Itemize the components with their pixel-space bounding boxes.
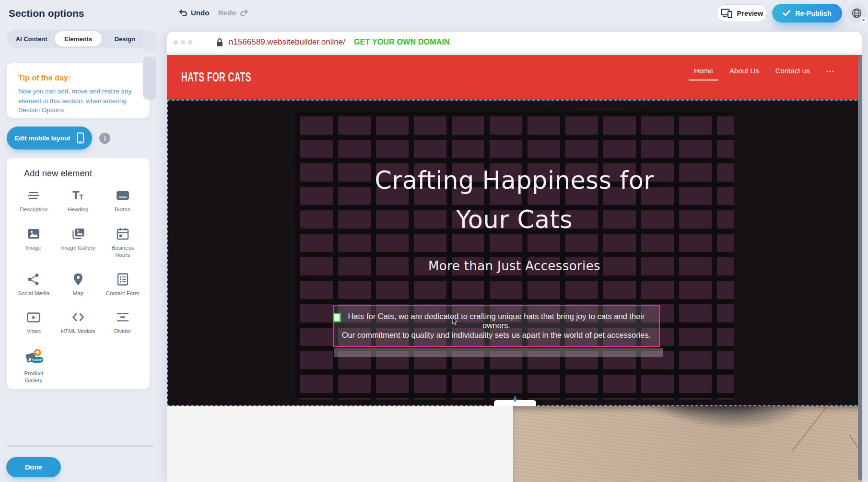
panel-tabs: AI Content Elements Design (7, 30, 150, 48)
undo-label: Undo (191, 9, 209, 17)
site-canvas: HATS FOR CATS Home About Us Contact us .… (167, 55, 862, 482)
element-product-gallery[interactable]: SHOP Product Gallery (12, 348, 56, 385)
undo-button[interactable]: Undo (178, 9, 209, 17)
globe-status-dot (861, 17, 866, 23)
nav-about-us[interactable]: About Us (729, 67, 759, 80)
nav-home[interactable]: Home (694, 67, 713, 80)
preview-label: Preview (737, 10, 763, 17)
redo-button[interactable]: Redo (218, 9, 249, 17)
mouse-cursor (452, 317, 459, 325)
section-options-editor: Section options Undo Redo Preview Re-Pub… (0, 0, 868, 482)
element-grid: Description T T Heading Button (12, 188, 145, 385)
hero-title-line1: Crafting Happiness for (168, 161, 861, 200)
undo-icon (178, 10, 188, 16)
social-media-icon (26, 272, 41, 287)
image-icon (26, 227, 41, 241)
add-element-title: Add new element (12, 169, 145, 179)
divider-icon (116, 310, 130, 324)
html-code-icon (71, 310, 85, 324)
republish-button[interactable]: Re-Publish (772, 4, 842, 23)
arrow-down-icon (511, 396, 519, 403)
element-business-hours[interactable]: Business Hours (100, 227, 145, 259)
element-drag-handle[interactable] (333, 313, 341, 322)
tab-design[interactable]: Design (102, 31, 148, 46)
site-nav: Home About Us Contact us ... (694, 67, 835, 80)
lock-icon (215, 38, 224, 47)
element-contact-form[interactable]: Contact Form (100, 272, 145, 298)
preview-button[interactable]: Preview (716, 4, 767, 22)
redo-label: Redo (218, 9, 236, 17)
element-image-gallery[interactable]: Image Gallery (56, 227, 101, 259)
background-card-peek (142, 31, 156, 52)
info-icon[interactable]: i (99, 133, 110, 144)
element-heading[interactable]: T T Heading (56, 188, 101, 214)
add-element-panel: Add new element Description T T Heading (7, 158, 150, 389)
page-title: Section options (9, 8, 84, 19)
element-highlight-strip (334, 348, 663, 357)
element-html-module[interactable]: HTML Module (56, 310, 101, 335)
element-button[interactable]: Button (100, 188, 145, 214)
done-button[interactable]: Done (6, 457, 61, 477)
heading-icon: T T (71, 188, 85, 203)
browser-chrome: n1566589.websitebuilder.online/ GET YOUR… (167, 32, 862, 53)
hero-title: Crafting Happiness for Your Cats (168, 161, 861, 240)
hero-paragraph-line1: Hats for Cats, we are dedicated to craft… (334, 312, 659, 331)
hero-paragraph-line2: Our commitment to quality and individual… (334, 331, 659, 340)
edit-mobile-layout-button[interactable]: Edit mobile layout (7, 126, 92, 149)
sidebar-divider (7, 446, 153, 447)
element-description[interactable]: Description (12, 188, 56, 214)
republish-label: Re-Publish (795, 10, 832, 17)
element-social-media[interactable]: Social Media (12, 272, 56, 298)
element-image[interactable]: Image (12, 227, 56, 259)
contact-form-icon (116, 272, 130, 287)
page-scrollbar[interactable] (858, 57, 862, 480)
map-pin-icon (71, 272, 85, 287)
check-icon (783, 10, 790, 16)
tip-title: Tip of the day: (18, 74, 138, 82)
globe-icon (851, 8, 862, 19)
background-card-peek (143, 57, 156, 100)
element-divider[interactable]: Divider (100, 310, 145, 335)
paving-photo (513, 406, 862, 482)
description-icon (26, 188, 41, 203)
hero-subtitle: More than Just Accessories (168, 259, 861, 273)
site-preview-window: n1566589.websitebuilder.online/ GET YOUR… (167, 32, 862, 482)
next-section[interactable] (167, 406, 862, 482)
paving-seam (791, 402, 831, 452)
language-globe-button[interactable] (847, 3, 867, 23)
product-gallery-icon: SHOP (23, 348, 44, 367)
tip-of-the-day-card: Tip of the day: Now you can add, move an… (7, 63, 150, 118)
video-icon (26, 310, 41, 324)
site-header[interactable]: HATS FOR CATS Home About Us Contact us .… (167, 55, 862, 100)
redo-icon (240, 10, 249, 16)
shop-badge: SHOP (32, 357, 42, 362)
tip-body: Now you can add, move and resize any ele… (18, 87, 138, 115)
get-domain-link[interactable]: GET YOUR OWN DOMAIN (354, 38, 450, 46)
element-video[interactable]: Video (12, 310, 56, 335)
site-url: n1566589.websitebuilder.online/ (229, 37, 345, 47)
button-icon (116, 188, 130, 203)
image-gallery-icon (71, 227, 85, 241)
hero-title-line2: Your Cats (168, 200, 861, 240)
hero-section-selected[interactable]: Crafting Happiness for Your Cats More th… (167, 100, 862, 406)
business-hours-icon (116, 227, 130, 241)
devices-icon (721, 9, 733, 18)
tab-elements[interactable]: Elements (55, 31, 101, 46)
tab-ai-content[interactable]: AI Content (8, 31, 55, 46)
edit-mobile-label: Edit mobile layout (14, 135, 70, 142)
window-dots (174, 40, 192, 45)
svg-text:T: T (79, 193, 83, 201)
nav-more-menu[interactable]: ... (826, 65, 835, 79)
phone-icon (76, 132, 84, 144)
element-map[interactable]: Map (56, 272, 101, 298)
nav-contact-us[interactable]: Contact us (775, 67, 810, 80)
site-logo[interactable]: HATS FOR CATS (181, 69, 251, 85)
selected-text-element[interactable]: Hats for Cats, we are dedicated to craft… (333, 305, 660, 347)
svg-text:T: T (72, 189, 80, 202)
